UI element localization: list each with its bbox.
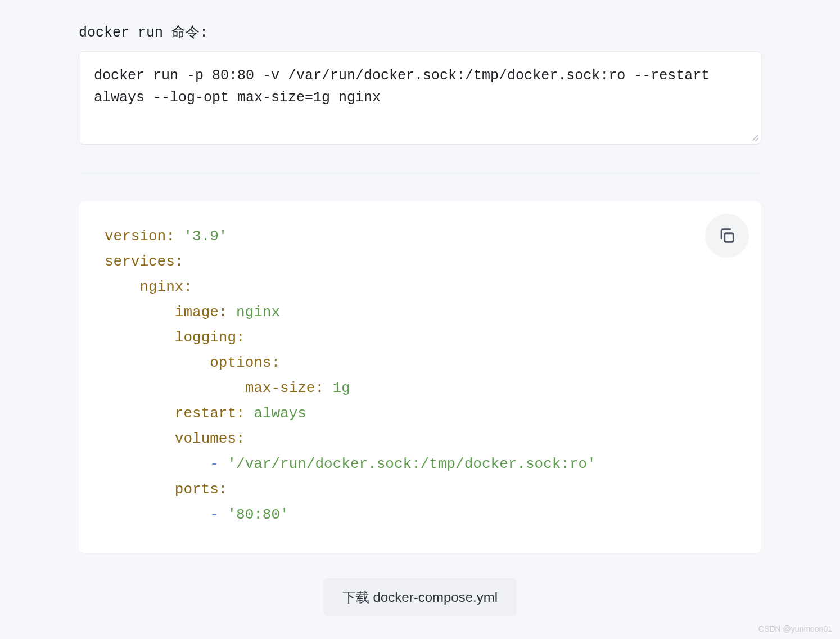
watermark-text: CSDN @yunmoon01 [758,624,832,633]
yaml-key-services: services: [105,253,183,270]
copy-button[interactable] [705,214,749,258]
yaml-key-version: version: [105,228,175,245]
copy-icon [717,226,737,245]
yaml-val-volume: '/var/run/docker.sock:/tmp/docker.sock:r… [227,456,595,472]
yaml-val-version: '3.9' [183,228,227,245]
yaml-key-maxsize: max-size: [245,380,324,397]
yaml-dash: - [210,456,219,472]
resize-handle-icon[interactable] [749,133,758,142]
yaml-key-logging: logging: [175,329,245,346]
yaml-output-card: version: '3.9' services: nginx: image: n… [79,201,761,554]
yaml-key-ports: ports: [175,481,228,498]
yaml-key-restart: restart: [175,405,245,422]
yaml-val-maxsize: 1g [333,380,350,397]
yaml-val-image: nginx [236,304,280,321]
yaml-key-image: image: [175,304,228,321]
yaml-val-restart: always [254,405,306,422]
docker-run-label: docker run 命令: [79,22,761,41]
yaml-output: version: '3.9' services: nginx: image: n… [105,224,735,528]
docker-run-input[interactable] [94,65,746,110]
yaml-key-volumes: volumes: [175,430,245,447]
section-divider [79,173,761,173]
yaml-key-options: options: [210,354,280,371]
download-button[interactable]: 下载 docker-compose.yml [323,578,517,616]
yaml-key-service-name: nginx: [139,278,192,295]
docker-run-input-card [79,51,761,145]
svg-rect-0 [725,233,734,242]
yaml-val-port: '80:80' [227,506,288,523]
yaml-dash: - [210,506,219,523]
